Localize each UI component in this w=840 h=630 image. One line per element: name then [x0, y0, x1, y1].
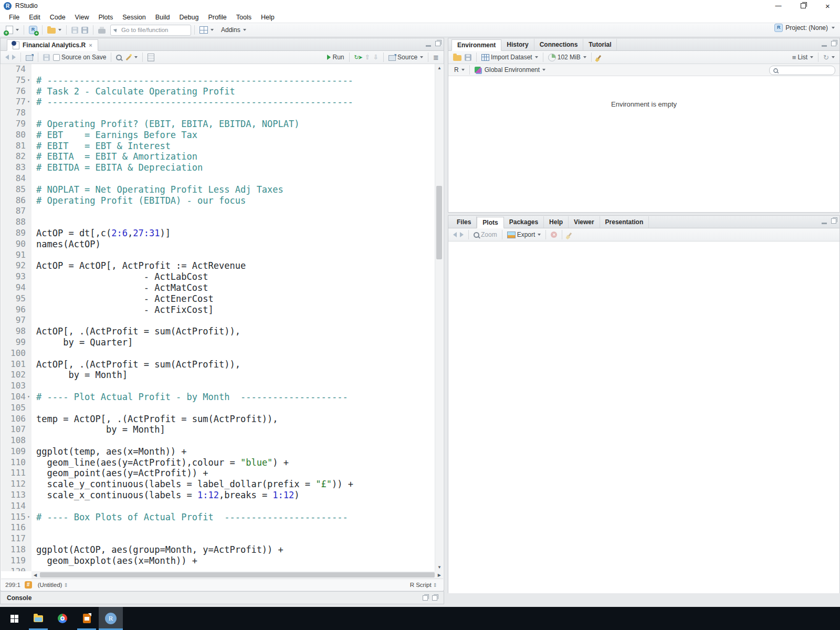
taskbar-file-explorer[interactable] [26, 607, 50, 630]
clear-plots-button[interactable] [565, 232, 574, 238]
horizontal-scrollbar[interactable]: ◀ ▶ [32, 571, 443, 579]
import-dataset-button[interactable]: Import Dataset [480, 52, 540, 62]
scroll-up-icon[interactable]: ▲ [437, 66, 442, 70]
list-view-button[interactable]: ≡ List [791, 52, 815, 62]
console-restore-icon[interactable] [423, 595, 428, 601]
export-plot-button[interactable]: Export [506, 230, 543, 239]
menu-file[interactable]: File [4, 14, 24, 21]
section-icon[interactable]: # [25, 581, 32, 589]
goto-file-input[interactable] [120, 26, 180, 34]
console-maximize-icon[interactable] [432, 595, 437, 601]
document-outline-button[interactable]: ≣ [432, 52, 440, 62]
scope-selector[interactable]: Global Environment [473, 65, 547, 75]
vertical-scrollbar[interactable]: ▲ ▼ [435, 64, 443, 571]
minimize-pane-icon[interactable] [822, 45, 827, 47]
next-plot-button[interactable] [458, 231, 465, 238]
tab-tutorial[interactable]: Tutorial [583, 39, 617, 50]
minimize-pane-icon[interactable] [822, 223, 827, 224]
refresh-button[interactable]: ↻ [822, 52, 836, 62]
new-file-button[interactable] [4, 25, 20, 35]
save-all-button[interactable] [80, 26, 90, 35]
new-project-button[interactable]: R [27, 25, 39, 35]
pane-layout-button[interactable] [198, 25, 215, 35]
tab-help[interactable]: Help [544, 216, 569, 228]
minimize-pane-icon[interactable] [426, 45, 431, 47]
memory-usage-button[interactable]: 102 MiB [547, 52, 588, 62]
scroll-right-icon[interactable]: ▶ [438, 573, 441, 578]
find-replace-button[interactable] [114, 54, 123, 61]
environment-search-input[interactable] [781, 67, 827, 74]
scroll-down-icon[interactable]: ▼ [437, 565, 442, 570]
tab-packages[interactable]: Packages [504, 216, 544, 228]
code-editor[interactable]: 7475▾# ---------------------------------… [1, 64, 436, 571]
tab-environment[interactable]: Environment [452, 39, 501, 51]
file-type-selector[interactable]: R Script ⇕ [408, 581, 439, 589]
close-button[interactable]: × [815, 0, 840, 12]
start-button[interactable] [2, 607, 26, 630]
save-workspace-button[interactable] [463, 53, 473, 62]
project-selector[interactable]: R Project: (None) [774, 24, 835, 32]
minimize-button[interactable]: — [766, 0, 791, 12]
run-button[interactable]: Run [326, 52, 345, 62]
tab-files[interactable]: Files [452, 216, 477, 228]
console-pane[interactable]: Console [0, 591, 444, 604]
maximize-pane-icon[interactable] [831, 41, 836, 46]
zoom-plot-button[interactable]: Zoom [472, 230, 499, 239]
load-workspace-button[interactable] [452, 52, 463, 62]
scroll-left-icon[interactable]: ◀ [34, 573, 37, 578]
tab-viewer[interactable]: Viewer [569, 216, 600, 228]
run-next-button[interactable]: ⇩ [372, 52, 380, 62]
addins-button[interactable]: Addins [219, 25, 248, 35]
horizontal-scroll-thumb[interactable] [40, 572, 435, 578]
menu-edit[interactable]: Edit [24, 14, 45, 21]
open-file-button[interactable] [46, 25, 63, 35]
fold-arrow-icon[interactable]: ▾ [26, 75, 32, 86]
menu-debug[interactable]: Debug [175, 14, 204, 21]
previous-plot-button[interactable] [452, 231, 458, 238]
engine-selector[interactable]: R [453, 65, 466, 75]
taskbar-libreoffice[interactable] [75, 607, 99, 630]
tab-financial-analytics[interactable]: Financial Analytics.R × [7, 39, 98, 51]
tab-plots[interactable]: Plots [477, 217, 503, 228]
menu-plots[interactable]: Plots [93, 14, 118, 21]
menu-code[interactable]: Code [45, 14, 70, 21]
rstudio-logo-icon: R [4, 2, 12, 10]
code-tools-button[interactable] [123, 53, 139, 62]
maximize-pane-icon[interactable] [435, 41, 440, 46]
save-button[interactable] [70, 26, 80, 35]
environment-search[interactable] [769, 66, 835, 75]
forward-button[interactable] [10, 54, 17, 61]
print-button[interactable] [97, 26, 107, 35]
fold-arrow-icon[interactable]: ▾ [26, 512, 32, 523]
run-previous-button[interactable]: ⇧ [363, 52, 372, 62]
menu-view[interactable]: View [70, 14, 94, 21]
source-on-save-checkbox[interactable]: Source on Save [51, 52, 108, 62]
menu-help[interactable]: Help [256, 14, 279, 21]
table-icon [481, 54, 489, 61]
restore-button[interactable] [791, 0, 815, 12]
save-doc-button[interactable] [41, 53, 51, 62]
vertical-scroll-thumb[interactable] [436, 186, 442, 259]
menu-build[interactable]: Build [151, 14, 175, 21]
compile-report-button[interactable] [146, 52, 156, 62]
tab-history[interactable]: History [501, 39, 534, 50]
taskbar-chrome[interactable] [50, 607, 75, 630]
back-button[interactable] [4, 54, 10, 61]
goto-file-function[interactable] [110, 25, 191, 36]
clear-environment-button[interactable] [595, 54, 604, 60]
tab-connections[interactable]: Connections [534, 39, 584, 50]
maximize-pane-icon[interactable] [831, 218, 836, 224]
fold-arrow-icon[interactable]: ▾ [26, 97, 32, 108]
close-tab-icon[interactable]: × [89, 42, 92, 48]
fold-arrow-icon[interactable]: ▾ [26, 392, 32, 403]
taskbar-rstudio[interactable]: R [99, 607, 123, 630]
popout-button[interactable] [24, 53, 35, 62]
remove-plot-button[interactable]: × [549, 230, 559, 239]
menu-profile[interactable]: Profile [203, 14, 231, 21]
menu-tools[interactable]: Tools [232, 14, 256, 21]
source-button[interactable]: Source [387, 52, 425, 62]
tab-presentation[interactable]: Presentation [600, 216, 649, 228]
menu-session[interactable]: Session [118, 14, 150, 21]
rerun-button[interactable]: ↻➤ [353, 53, 363, 62]
document-section-selector[interactable]: (Untitled) ⇕ [36, 581, 70, 589]
